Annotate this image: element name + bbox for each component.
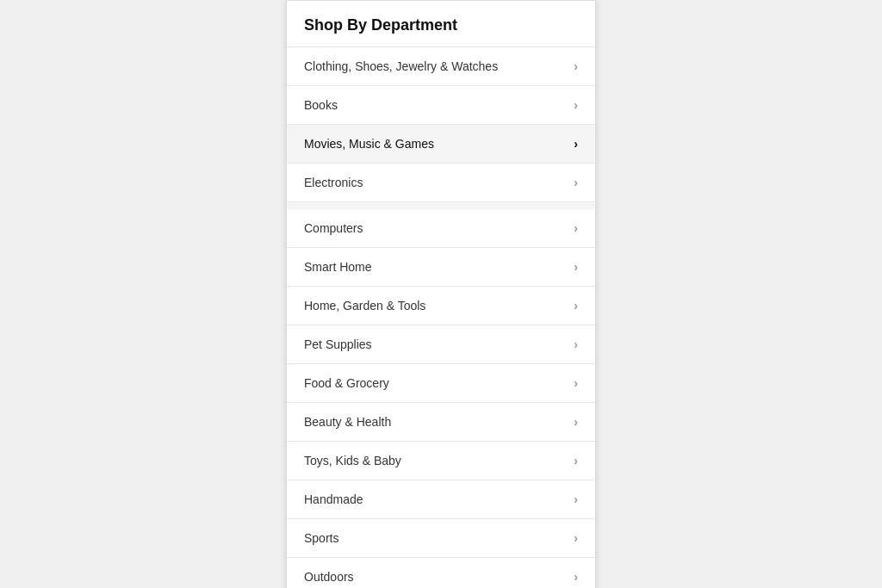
menu-item-label-electronics: Electronics bbox=[304, 176, 363, 189]
menu-item-home-garden[interactable]: Home, Garden & Tools› bbox=[287, 287, 595, 325]
menu-title: Shop By Department bbox=[304, 16, 457, 34]
chevron-icon-sports: › bbox=[574, 531, 578, 545]
menu-item-label-computers: Computers bbox=[304, 221, 363, 235]
menu-item-label-toys-kids: Toys, Kids & Baby bbox=[304, 454, 401, 467]
menu-item-label-smart-home: Smart Home bbox=[304, 260, 372, 274]
menu-items-list: Clothing, Shoes, Jewelry & Watches›Books… bbox=[287, 47, 595, 588]
menu-header: Shop By Department bbox=[287, 1, 595, 47]
shop-by-department-menu: Shop By Department Clothing, Shoes, Jewe… bbox=[286, 0, 596, 588]
chevron-icon-outdoors: › bbox=[574, 570, 578, 584]
menu-item-toys-kids[interactable]: Toys, Kids & Baby› bbox=[287, 442, 595, 480]
chevron-icon-handmade: › bbox=[574, 492, 578, 506]
menu-item-label-clothing: Clothing, Shoes, Jewelry & Watches bbox=[304, 59, 498, 73]
menu-item-outdoors[interactable]: Outdoors› bbox=[287, 558, 595, 588]
chevron-icon-books: › bbox=[574, 98, 578, 112]
menu-item-label-books: Books bbox=[304, 98, 338, 112]
menu-item-label-movies: Movies, Music & Games bbox=[304, 137, 434, 151]
chevron-icon-electronics: › bbox=[574, 176, 578, 189]
menu-item-smart-home[interactable]: Smart Home› bbox=[287, 248, 595, 287]
chevron-icon-beauty-health: › bbox=[574, 415, 578, 429]
menu-item-label-handmade: Handmade bbox=[304, 492, 363, 506]
chevron-icon-pet-supplies: › bbox=[574, 337, 578, 351]
chevron-icon-toys-kids: › bbox=[574, 454, 578, 467]
menu-item-pet-supplies[interactable]: Pet Supplies› bbox=[287, 325, 595, 364]
chevron-icon-food-grocery: › bbox=[574, 376, 578, 390]
menu-item-label-food-grocery: Food & Grocery bbox=[304, 376, 389, 390]
menu-item-electronics[interactable]: Electronics› bbox=[287, 164, 595, 202]
menu-item-label-beauty-health: Beauty & Health bbox=[304, 415, 391, 429]
chevron-icon-clothing: › bbox=[574, 59, 578, 73]
menu-item-clothing[interactable]: Clothing, Shoes, Jewelry & Watches› bbox=[287, 47, 595, 86]
menu-item-handmade[interactable]: Handmade› bbox=[287, 480, 595, 519]
menu-item-label-home-garden: Home, Garden & Tools bbox=[304, 299, 425, 313]
menu-item-computers[interactable]: Computers› bbox=[287, 209, 595, 248]
chevron-icon-computers: › bbox=[574, 221, 578, 235]
section-separator bbox=[287, 202, 595, 209]
chevron-icon-movies: › bbox=[574, 137, 578, 151]
menu-item-books[interactable]: Books› bbox=[287, 86, 595, 125]
menu-item-label-outdoors: Outdoors bbox=[304, 570, 354, 584]
menu-item-food-grocery[interactable]: Food & Grocery› bbox=[287, 364, 595, 403]
menu-item-beauty-health[interactable]: Beauty & Health› bbox=[287, 403, 595, 442]
menu-item-label-sports: Sports bbox=[304, 531, 339, 545]
menu-item-label-pet-supplies: Pet Supplies bbox=[304, 337, 372, 351]
menu-item-sports[interactable]: Sports› bbox=[287, 519, 595, 558]
chevron-icon-smart-home: › bbox=[574, 260, 578, 274]
chevron-icon-home-garden: › bbox=[574, 299, 578, 313]
menu-item-movies[interactable]: Movies, Music & Games› bbox=[287, 125, 595, 164]
